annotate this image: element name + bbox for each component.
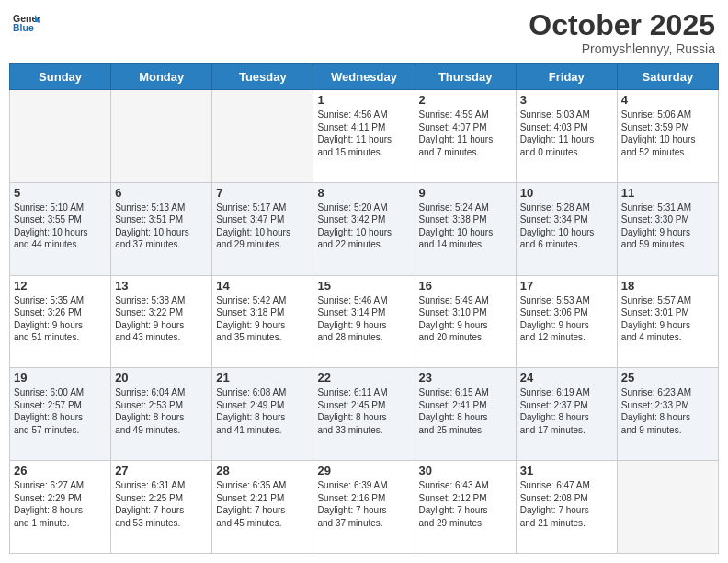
date-number: 31 xyxy=(520,464,613,477)
table-row: 23Sunrise: 6:15 AM Sunset: 2:41 PM Dayli… xyxy=(415,368,516,461)
table-row: 28Sunrise: 6:35 AM Sunset: 2:21 PM Dayli… xyxy=(212,461,313,554)
cell-info: Sunrise: 5:46 AM Sunset: 3:14 PM Dayligh… xyxy=(317,294,410,344)
date-number: 25 xyxy=(621,371,714,385)
table-row: 9Sunrise: 5:24 AM Sunset: 3:38 PM Daylig… xyxy=(415,182,516,275)
table-row: 15Sunrise: 5:46 AM Sunset: 3:14 PM Dayli… xyxy=(313,275,415,368)
cell-info: Sunrise: 4:56 AM Sunset: 4:11 PM Dayligh… xyxy=(317,109,410,158)
table-row xyxy=(111,90,212,183)
table-row: 24Sunrise: 6:19 AM Sunset: 2:37 PM Dayli… xyxy=(516,368,617,461)
cell-info: Sunrise: 6:19 AM Sunset: 2:37 PM Dayligh… xyxy=(520,386,613,436)
date-number: 5 xyxy=(14,186,107,200)
date-number: 28 xyxy=(216,464,309,477)
table-row: 4Sunrise: 5:06 AM Sunset: 3:59 PM Daylig… xyxy=(617,90,718,183)
cell-info: Sunrise: 5:57 AM Sunset: 3:01 PM Dayligh… xyxy=(621,294,714,344)
calendar-row-3: 19Sunrise: 6:00 AM Sunset: 2:57 PM Dayli… xyxy=(10,368,719,461)
calendar-row-2: 12Sunrise: 5:35 AM Sunset: 3:26 PM Dayli… xyxy=(10,275,719,368)
table-row: 14Sunrise: 5:42 AM Sunset: 3:18 PM Dayli… xyxy=(212,275,313,368)
table-row: 5Sunrise: 5:10 AM Sunset: 3:55 PM Daylig… xyxy=(10,182,111,275)
date-number: 18 xyxy=(621,279,714,293)
cell-info: Sunrise: 6:35 AM Sunset: 2:21 PM Dayligh… xyxy=(216,479,309,529)
date-number: 9 xyxy=(419,186,512,200)
svg-text:Blue: Blue xyxy=(13,22,34,33)
table-row: 2Sunrise: 4:59 AM Sunset: 4:07 PM Daylig… xyxy=(415,90,516,183)
date-number: 20 xyxy=(115,371,208,385)
table-row: 21Sunrise: 6:08 AM Sunset: 2:49 PM Dayli… xyxy=(212,368,313,461)
table-row: 1Sunrise: 4:56 AM Sunset: 4:11 PM Daylig… xyxy=(313,90,415,183)
date-number: 22 xyxy=(317,371,410,385)
cell-info: Sunrise: 5:13 AM Sunset: 3:51 PM Dayligh… xyxy=(115,201,208,251)
date-number: 1 xyxy=(317,93,410,107)
col-thursday: Thursday xyxy=(415,64,516,90)
date-number: 8 xyxy=(317,186,410,200)
cell-info: Sunrise: 6:00 AM Sunset: 2:57 PM Dayligh… xyxy=(14,386,107,436)
date-number: 29 xyxy=(317,464,410,477)
cell-info: Sunrise: 5:20 AM Sunset: 3:42 PM Dayligh… xyxy=(317,201,410,251)
cell-info: Sunrise: 6:11 AM Sunset: 2:45 PM Dayligh… xyxy=(317,386,410,436)
date-number: 23 xyxy=(419,371,512,385)
date-number: 11 xyxy=(621,186,714,200)
table-row: 19Sunrise: 6:00 AM Sunset: 2:57 PM Dayli… xyxy=(10,368,111,461)
cell-info: Sunrise: 6:08 AM Sunset: 2:49 PM Dayligh… xyxy=(216,386,309,436)
table-row: 3Sunrise: 5:03 AM Sunset: 4:03 PM Daylig… xyxy=(516,90,617,183)
col-wednesday: Wednesday xyxy=(313,64,415,90)
cell-info: Sunrise: 6:23 AM Sunset: 2:33 PM Dayligh… xyxy=(621,386,714,436)
cell-info: Sunrise: 5:03 AM Sunset: 4:03 PM Dayligh… xyxy=(520,109,613,158)
cell-info: Sunrise: 6:47 AM Sunset: 2:08 PM Dayligh… xyxy=(520,479,613,529)
calendar-row-4: 26Sunrise: 6:27 AM Sunset: 2:29 PM Dayli… xyxy=(10,461,719,554)
table-row xyxy=(10,90,111,183)
date-number: 13 xyxy=(115,279,208,293)
table-row: 22Sunrise: 6:11 AM Sunset: 2:45 PM Dayli… xyxy=(313,368,415,461)
table-row: 8Sunrise: 5:20 AM Sunset: 3:42 PM Daylig… xyxy=(313,182,415,275)
table-row: 13Sunrise: 5:38 AM Sunset: 3:22 PM Dayli… xyxy=(111,275,212,368)
col-friday: Friday xyxy=(516,64,617,90)
table-row: 11Sunrise: 5:31 AM Sunset: 3:30 PM Dayli… xyxy=(617,182,718,275)
table-row: 25Sunrise: 6:23 AM Sunset: 2:33 PM Dayli… xyxy=(617,368,718,461)
table-row: 30Sunrise: 6:43 AM Sunset: 2:12 PM Dayli… xyxy=(415,461,516,554)
table-row: 10Sunrise: 5:28 AM Sunset: 3:34 PM Dayli… xyxy=(516,182,617,275)
table-row: 26Sunrise: 6:27 AM Sunset: 2:29 PM Dayli… xyxy=(10,461,111,554)
cell-info: Sunrise: 5:10 AM Sunset: 3:55 PM Dayligh… xyxy=(14,201,107,251)
table-row: 6Sunrise: 5:13 AM Sunset: 3:51 PM Daylig… xyxy=(111,182,212,275)
calendar-row-0: 1Sunrise: 4:56 AM Sunset: 4:11 PM Daylig… xyxy=(10,90,719,183)
header-row: Sunday Monday Tuesday Wednesday Thursday… xyxy=(10,64,719,90)
date-number: 21 xyxy=(216,371,309,385)
cell-info: Sunrise: 5:17 AM Sunset: 3:47 PM Dayligh… xyxy=(216,201,309,251)
cell-info: Sunrise: 4:59 AM Sunset: 4:07 PM Dayligh… xyxy=(419,109,512,158)
cell-info: Sunrise: 5:06 AM Sunset: 3:59 PM Dayligh… xyxy=(621,109,714,158)
cell-info: Sunrise: 5:38 AM Sunset: 3:22 PM Dayligh… xyxy=(115,294,208,344)
date-number: 27 xyxy=(115,464,208,477)
cell-info: Sunrise: 6:39 AM Sunset: 2:16 PM Dayligh… xyxy=(317,479,410,529)
date-number: 17 xyxy=(520,279,613,293)
cell-info: Sunrise: 6:27 AM Sunset: 2:29 PM Dayligh… xyxy=(14,479,107,529)
date-number: 7 xyxy=(216,186,309,200)
cell-info: Sunrise: 5:49 AM Sunset: 3:10 PM Dayligh… xyxy=(419,294,512,344)
cell-info: Sunrise: 6:04 AM Sunset: 2:53 PM Dayligh… xyxy=(115,386,208,436)
title-section: October 2025 Promyshlennyy, Russia xyxy=(529,9,715,56)
table-row xyxy=(617,461,718,554)
cell-info: Sunrise: 5:35 AM Sunset: 3:26 PM Dayligh… xyxy=(14,294,107,344)
date-number: 24 xyxy=(520,371,613,385)
table-row: 20Sunrise: 6:04 AM Sunset: 2:53 PM Dayli… xyxy=(111,368,212,461)
table-row: 16Sunrise: 5:49 AM Sunset: 3:10 PM Dayli… xyxy=(415,275,516,368)
table-row: 27Sunrise: 6:31 AM Sunset: 2:25 PM Dayli… xyxy=(111,461,212,554)
table-row: 7Sunrise: 5:17 AM Sunset: 3:47 PM Daylig… xyxy=(212,182,313,275)
cell-info: Sunrise: 5:28 AM Sunset: 3:34 PM Dayligh… xyxy=(520,201,613,251)
header: General Blue October 2025 Promyshlennyy,… xyxy=(9,9,719,56)
date-number: 16 xyxy=(419,279,512,293)
calendar-row-1: 5Sunrise: 5:10 AM Sunset: 3:55 PM Daylig… xyxy=(10,182,719,275)
table-row: 18Sunrise: 5:57 AM Sunset: 3:01 PM Dayli… xyxy=(617,275,718,368)
cell-info: Sunrise: 5:31 AM Sunset: 3:30 PM Dayligh… xyxy=(621,201,714,251)
date-number: 12 xyxy=(14,279,107,293)
cell-info: Sunrise: 5:53 AM Sunset: 3:06 PM Dayligh… xyxy=(520,294,613,344)
date-number: 3 xyxy=(520,93,613,107)
logo: General Blue xyxy=(13,9,40,37)
date-number: 30 xyxy=(419,464,512,477)
col-tuesday: Tuesday xyxy=(212,64,313,90)
table-row: 31Sunrise: 6:47 AM Sunset: 2:08 PM Dayli… xyxy=(516,461,617,554)
location: Promyshlennyy, Russia xyxy=(529,41,715,56)
date-number: 26 xyxy=(14,464,107,477)
date-number: 6 xyxy=(115,186,208,200)
table-row: 17Sunrise: 5:53 AM Sunset: 3:06 PM Dayli… xyxy=(516,275,617,368)
cell-info: Sunrise: 6:43 AM Sunset: 2:12 PM Dayligh… xyxy=(419,479,512,529)
col-sunday: Sunday xyxy=(10,64,111,90)
